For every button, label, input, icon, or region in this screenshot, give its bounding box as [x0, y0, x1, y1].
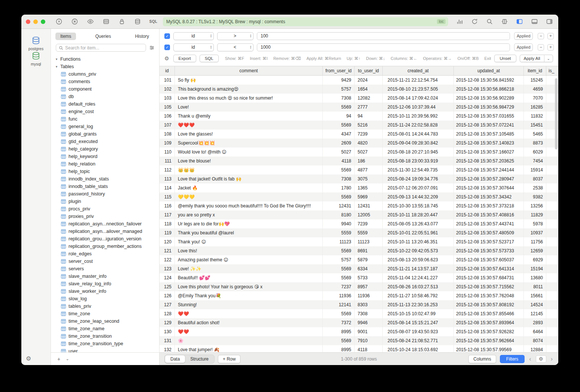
cell[interactable]: 2015-12-08 15:30:57.307644 — [454, 183, 524, 192]
cell[interactable] — [546, 157, 558, 165]
table-item[interactable]: time_zone_name — [51, 325, 159, 332]
cell[interactable]: 11829 — [524, 210, 546, 219]
search-input[interactable]: Search for item... — [56, 44, 146, 52]
table-row[interactable]: 130❤️❤️899590012015-08-07 19:43:50.92320… — [160, 327, 558, 336]
cell[interactable]: 2015-12-08 15:30:57.480509 — [454, 228, 524, 237]
table-item[interactable]: replication_asyn...nnection_failover — [51, 220, 159, 228]
table-row[interactable]: 125Love this photo! Your hair is gorgeou… — [160, 282, 558, 291]
cell[interactable]: 105 — [160, 103, 175, 112]
cell[interactable]: 2015-08-18 20:27:10.945 — [383, 148, 454, 157]
cell[interactable] — [546, 183, 558, 192]
add-filter-button[interactable]: + — [547, 44, 554, 51]
cell[interactable]: 5027 — [323, 148, 355, 157]
cell[interactable] — [546, 255, 558, 264]
cell[interactable]: So fly 🙌 — [175, 76, 323, 85]
cell[interactable]: 2015-12-08 15:30:57.762048 — [454, 291, 524, 300]
table-row[interactable]: 114Jacket 🔥178013652015-07-12 06:20:07.0… — [160, 183, 558, 192]
cell[interactable]: 2015-10-11 18:28:20.447 — [383, 210, 454, 219]
cell[interactable]: 107 — [160, 121, 175, 130]
filter-value-input[interactable] — [257, 32, 510, 40]
cell[interactable]: 2777 — [355, 103, 383, 112]
table-item[interactable]: slow_log — [51, 295, 159, 303]
table-item[interactable]: role_edges — [51, 250, 159, 258]
cell[interactable]: 2015-12-08 15:30:57.573733 — [454, 246, 524, 255]
filter-value-input[interactable] — [257, 43, 510, 51]
cell[interactable]: 7237 — [323, 282, 355, 291]
cell[interactable]: 15245 — [524, 76, 546, 85]
minimize-window-button[interactable] — [33, 19, 38, 24]
cell[interactable]: 15194 — [524, 264, 546, 273]
refresh-icon[interactable] — [471, 18, 478, 25]
table-item[interactable]: component — [51, 85, 159, 93]
cell[interactable] — [546, 201, 558, 210]
cell[interactable]: 2015-08-10 21:23:57.505 — [383, 85, 454, 94]
cell[interactable]: Thank you beautiful @laurel — [175, 228, 323, 237]
tab-items[interactable]: Items — [55, 33, 76, 40]
table-row[interactable]: 117you are so pretty x8180120052015-10-1… — [160, 210, 558, 219]
remove-filter-button[interactable]: − — [538, 33, 544, 39]
chart-icon[interactable] — [456, 18, 463, 25]
cell[interactable]: 9940 — [323, 219, 355, 228]
cell[interactable]: 2015-10-24 18:15:03.692 — [383, 345, 454, 352]
column-header-from_user_id[interactable]: from_user_id — [323, 66, 355, 75]
cell[interactable]: Love! — [175, 103, 323, 112]
cell[interactable]: 7239 — [355, 130, 383, 139]
zoom-window-button[interactable] — [41, 19, 45, 24]
table-row[interactable]: 116@emily thank you soooo much beautiful… — [160, 201, 558, 210]
cell[interactable]: 120 — [160, 237, 175, 246]
table-item[interactable]: time_zone_transition_type — [51, 340, 159, 347]
cell[interactable]: Love that jumper! 🍂 — [175, 345, 323, 352]
cell[interactable]: ❤️❤️ — [175, 327, 323, 336]
table-row[interactable]: 121Love this!556986912015-10-22 09:42:05… — [160, 246, 558, 255]
filter-column-select[interactable]: id▴▾ — [173, 43, 214, 51]
cell[interactable]: Beautiful!! 💕💕 — [175, 273, 323, 282]
table-item[interactable]: slave_relay_log_info — [51, 280, 159, 288]
sql-button[interactable]: SQL — [200, 55, 219, 62]
table-row[interactable]: 120Thank you! 😊11123111232015-10-11 13:2… — [160, 237, 558, 246]
cell[interactable]: 2015-12-08 15:30:57.203625 — [454, 157, 524, 165]
table-row[interactable]: 107❤️❤️❤️556952162015-11-24 22:02:58.828… — [160, 121, 558, 130]
cell[interactable]: 5569 — [323, 246, 355, 255]
cell[interactable]: 2015-12-08 15:30:57.34342 — [454, 192, 524, 201]
cell[interactable]: 2015-09-04 09:28:30.842 — [383, 139, 454, 148]
cell[interactable]: 2015-11-21 22:12:54.754 — [383, 76, 454, 85]
filters-button[interactable]: Filters — [500, 355, 525, 363]
cell[interactable]: 2015-12-08 15:30:57.373218 — [454, 201, 524, 210]
table-item[interactable]: help_relation — [51, 160, 159, 168]
table-item[interactable]: slave_worker_info — [51, 288, 159, 295]
tab-structure[interactable]: Structure — [185, 355, 214, 363]
database-icon[interactable] — [134, 18, 141, 25]
cell[interactable]: 8037 — [524, 174, 546, 183]
cell[interactable]: 13680 — [524, 273, 546, 282]
table-item[interactable]: plugin — [51, 198, 159, 205]
cell[interactable]: 2024 — [355, 76, 383, 85]
table-item[interactable]: servers — [51, 265, 159, 273]
cell[interactable]: 6464 — [524, 327, 546, 336]
cell[interactable]: 1654 — [355, 85, 383, 94]
cell[interactable]: 118 — [160, 219, 175, 228]
cell[interactable]: 2015-11-30 12:54:49.735 — [383, 165, 454, 174]
cell[interactable]: 2015-12-08 15:30:57.105485 — [454, 130, 524, 139]
cell[interactable]: Jacket 🔥 — [175, 183, 323, 192]
resize-columns-icon[interactable] — [501, 18, 508, 25]
table-item[interactable]: proxies_priv — [51, 213, 159, 220]
table-row[interactable]: 109Supercool💥💥💥260948202015-09-04 09:28:… — [160, 139, 558, 148]
table-row[interactable]: 131🌸556979102015-08-24 21:08:52.7712015-… — [160, 336, 558, 345]
cell[interactable] — [546, 291, 558, 300]
table-row[interactable]: 105Love!556927772015-12-06 10:37:39.4420… — [160, 103, 558, 112]
column-header-updated_at[interactable]: updated_at — [454, 66, 524, 75]
cell[interactable]: 109 — [160, 139, 175, 148]
cell[interactable]: 2015-12-08 15:30:57.523717 — [454, 237, 524, 246]
cell[interactable]: 2015-12-08 15:30:57.605037 — [454, 255, 524, 264]
cell[interactable]: 5569 — [323, 192, 355, 201]
search-icon[interactable] — [486, 18, 493, 25]
table-item[interactable]: slave_master_info — [51, 273, 159, 280]
cell[interactable]: 15451 — [524, 121, 546, 130]
toggle-right-panel-icon[interactable] — [546, 18, 553, 25]
cell[interactable]: 116 — [160, 201, 175, 210]
cell[interactable]: 7308 — [355, 309, 383, 318]
cell[interactable]: @Emily Thank you💐 — [175, 291, 323, 300]
ssh-lock-icon[interactable] — [118, 18, 125, 25]
cell[interactable]: 8074 — [524, 336, 546, 345]
filter-operator-select[interactable]: >▴▾ — [217, 32, 253, 40]
